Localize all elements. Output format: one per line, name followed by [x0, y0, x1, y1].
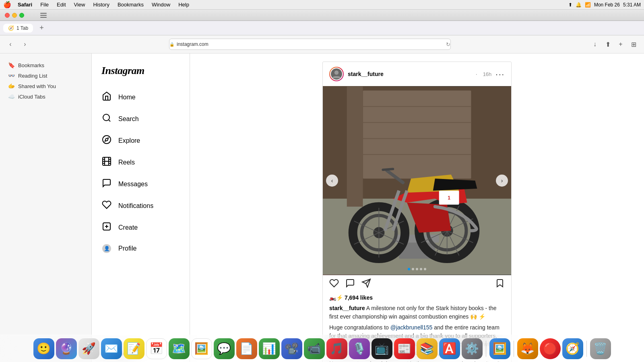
carousel-dot-1[interactable]: [408, 268, 410, 270]
dock-music[interactable]: 🎵: [326, 338, 347, 359]
dock-appstore[interactable]: 🅰️: [439, 338, 460, 359]
save-button[interactable]: [495, 278, 505, 290]
dock-safari[interactable]: 🧭: [562, 338, 583, 359]
dock-photos[interactable]: 🖼️: [191, 338, 212, 359]
maximize-button[interactable]: [19, 13, 24, 18]
safari-shared-item[interactable]: 🫱 Shared with You: [5, 81, 87, 91]
likes-emoji: 🏍️⚡: [329, 294, 343, 301]
app-name-menu[interactable]: Safari: [14, 1, 35, 8]
dock-appletv[interactable]: 📺: [372, 338, 392, 359]
share-button[interactable]: ⬆: [602, 39, 613, 50]
safari-icloud-item[interactable]: ☁️ iCloud Tabs: [5, 91, 87, 102]
dock-app-red[interactable]: 🔴: [540, 338, 561, 359]
browser-chrome: 🧭 1 Tab + ‹ › 🔒 instagram.com ↻ ↓ ⬆ + ⊞: [0, 10, 644, 53]
instagram-post: stark__future · 16h ···: [322, 62, 512, 362]
like-button[interactable]: [329, 278, 339, 290]
edit-menu[interactable]: Edit: [54, 1, 69, 8]
forward-button[interactable]: ›: [19, 39, 31, 50]
carousel-dot-5[interactable]: [424, 268, 426, 270]
carousel-dot-4[interactable]: [420, 268, 422, 270]
instagram-logo: Instagram: [97, 62, 185, 86]
address-bar[interactable]: 🔒 instagram.com ↻: [169, 39, 451, 50]
ig-nav-profile[interactable]: 👤 Profile: [97, 239, 185, 259]
safari-sidebar: 🔖 Bookmarks 👓 Reading List 🫱 Shared with…: [0, 53, 92, 362]
wifi-icon[interactable]: 📶: [585, 2, 591, 8]
post-more-button[interactable]: ···: [495, 70, 505, 79]
post-avatar-ring[interactable]: [329, 67, 344, 81]
home-icon: [101, 91, 112, 103]
dock-podcasts[interactable]: 🎙️: [349, 338, 370, 359]
dock-launchpad[interactable]: 🚀: [78, 338, 99, 359]
ig-nav-reels[interactable]: Reels: [97, 152, 185, 173]
title-bar: [0, 10, 644, 21]
downloads-button[interactable]: ↓: [589, 39, 601, 50]
dock-firefox[interactable]: 🦊: [517, 338, 538, 359]
dock-siri[interactable]: 🔮: [56, 338, 77, 359]
dock-preferences[interactable]: ⚙️: [462, 338, 483, 359]
ig-nav-notifications[interactable]: Notifications: [97, 195, 185, 217]
view-menu[interactable]: View: [71, 1, 89, 8]
dock-facetime[interactable]: 📹: [304, 338, 325, 359]
new-tab-button[interactable]: +: [36, 24, 47, 32]
profile-avatar-icon: 👤: [101, 243, 112, 254]
carousel-dot-2[interactable]: [412, 268, 414, 270]
dock-messages[interactable]: 💬: [214, 338, 235, 359]
dock-notes[interactable]: 📝: [124, 338, 144, 359]
safari-bookmarks-item[interactable]: 🔖 Bookmarks: [5, 60, 87, 70]
post-header: stark__future · 16h ···: [323, 62, 511, 86]
dock-numbers[interactable]: 📊: [259, 338, 280, 359]
menubar-icon-2[interactable]: 🔔: [576, 2, 582, 8]
messages-icon: [101, 178, 112, 190]
search-icon: [101, 113, 112, 125]
ig-nav-messages[interactable]: Messages: [97, 173, 185, 195]
menubar-icon-1[interactable]: ⬆: [568, 2, 572, 8]
post-actions: [323, 275, 511, 294]
close-button[interactable]: [5, 13, 10, 18]
browser-tab[interactable]: 🧭 1 Tab: [3, 24, 33, 33]
caption-username[interactable]: stark__future: [329, 305, 365, 311]
svg-line-46: [383, 169, 393, 170]
dock-maps[interactable]: 🗺️: [169, 338, 190, 359]
dock-finder[interactable]: 🙂: [33, 338, 54, 359]
apple-menu-icon[interactable]: 🍎: [3, 1, 11, 8]
ig-nav-create[interactable]: Create: [97, 217, 185, 239]
history-menu[interactable]: History: [90, 1, 112, 8]
dock-news[interactable]: 📰: [394, 338, 415, 359]
post-username[interactable]: stark__future: [348, 71, 472, 77]
file-menu[interactable]: File: [37, 1, 52, 8]
ig-nav-search[interactable]: Search: [97, 108, 185, 130]
shared-label: Shared with You: [18, 83, 56, 89]
minimize-button[interactable]: [12, 13, 17, 18]
carousel-prev-button[interactable]: ‹: [326, 175, 338, 187]
dock-pages[interactable]: 📄: [236, 338, 257, 359]
carousel-next-button[interactable]: ›: [496, 175, 508, 187]
dock-keynote[interactable]: 📽️: [281, 338, 302, 359]
mention-jack[interactable]: @jackbrunell155: [390, 324, 433, 331]
traffic-lights: [5, 13, 24, 18]
dock-preview[interactable]: 🖼️: [489, 338, 510, 359]
instagram-feed: stark__future · 16h ···: [322, 62, 512, 362]
dock-trash[interactable]: 🗑️: [590, 338, 611, 359]
sidebar-toggle-button[interactable]: [40, 13, 47, 18]
share-post-button[interactable]: [361, 278, 371, 290]
dock-mail[interactable]: ✉️: [101, 338, 122, 359]
bookmarks-menu[interactable]: Bookmarks: [114, 1, 147, 8]
comment-button[interactable]: [345, 278, 355, 290]
ig-nav-explore[interactable]: Explore: [97, 130, 185, 152]
svg-rect-23: [363, 90, 471, 179]
tab-label: 1 Tab: [17, 25, 28, 31]
safari-reading-list-item[interactable]: 👓 Reading List: [5, 70, 87, 81]
dock-books[interactable]: 📚: [417, 338, 438, 359]
window-menu[interactable]: Window: [149, 1, 173, 8]
sidebar-btn[interactable]: ⊞: [628, 39, 639, 50]
carousel-dot-3[interactable]: [416, 268, 418, 270]
safari-sidebar-section: 🔖 Bookmarks 👓 Reading List 🫱 Shared with…: [0, 58, 91, 103]
back-button[interactable]: ‹: [5, 39, 16, 50]
refresh-icon[interactable]: ↻: [446, 41, 450, 47]
ig-nav-home[interactable]: Home: [97, 86, 185, 108]
svg-text:1: 1: [448, 195, 450, 201]
help-menu[interactable]: Help: [175, 1, 192, 8]
new-tab-btn[interactable]: +: [615, 39, 626, 50]
dock-calendar[interactable]: 📅: [146, 338, 167, 359]
create-label: Create: [118, 224, 138, 231]
